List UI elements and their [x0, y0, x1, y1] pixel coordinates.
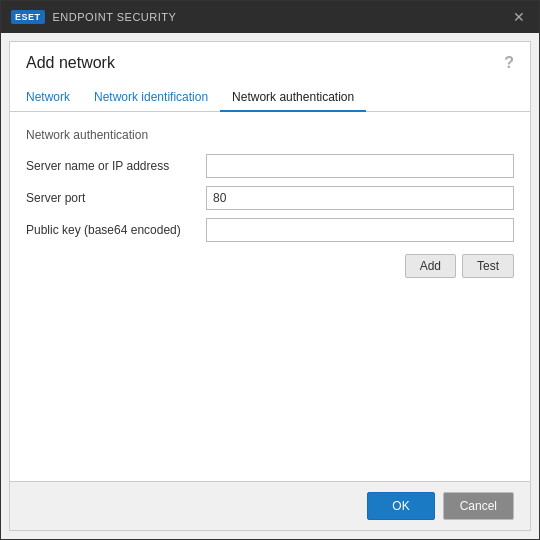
titlebar-left: ESET ENDPOINT SECURITY	[11, 10, 176, 24]
eset-logo: ESET	[11, 10, 45, 24]
dialog-content: Add network ? Network Network identifica…	[9, 41, 531, 482]
titlebar: ESET ENDPOINT SECURITY ✕	[1, 1, 539, 33]
tab-network-authentication[interactable]: Network authentication	[220, 84, 366, 112]
titlebar-title: ENDPOINT SECURITY	[53, 11, 177, 23]
server-name-row: Server name or IP address	[26, 154, 514, 178]
window: ESET ENDPOINT SECURITY ✕ Add network ? N…	[0, 0, 540, 540]
server-name-label: Server name or IP address	[26, 159, 206, 173]
test-button[interactable]: Test	[462, 254, 514, 278]
section-label: Network authentication	[26, 128, 514, 142]
tab-network[interactable]: Network	[26, 84, 82, 112]
ok-button[interactable]: OK	[367, 492, 434, 520]
public-key-row: Public key (base64 encoded)	[26, 218, 514, 242]
server-port-label: Server port	[26, 191, 206, 205]
add-button[interactable]: Add	[405, 254, 456, 278]
tabs-container: Network Network identification Network a…	[10, 76, 530, 112]
server-name-input[interactable]	[206, 154, 514, 178]
dialog-footer: OK Cancel	[9, 482, 531, 531]
dialog-title: Add network	[26, 54, 115, 72]
server-port-input[interactable]	[206, 186, 514, 210]
dialog-header: Add network ?	[10, 42, 530, 72]
tab-network-identification[interactable]: Network identification	[82, 84, 220, 112]
help-button[interactable]: ?	[504, 54, 514, 72]
cancel-button[interactable]: Cancel	[443, 492, 514, 520]
public-key-label: Public key (base64 encoded)	[26, 223, 206, 237]
action-buttons: Add Test	[26, 254, 514, 278]
server-port-row: Server port	[26, 186, 514, 210]
close-button[interactable]: ✕	[509, 8, 529, 26]
form-area: Network authentication Server name or IP…	[10, 112, 530, 481]
public-key-input[interactable]	[206, 218, 514, 242]
